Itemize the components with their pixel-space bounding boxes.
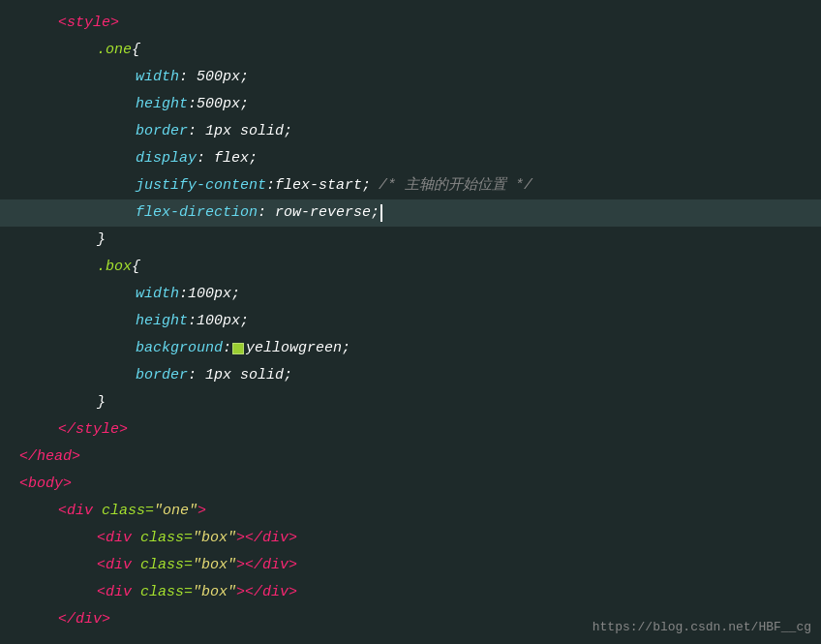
code-head-close: </ <box>19 445 37 470</box>
code-property: flex-direction <box>136 200 258 226</box>
code-line-22: <div class="box" ></div> <box>0 579 821 606</box>
code-line-20: <div class="box" ></div> <box>0 525 821 552</box>
code-line-8: flex-direction: row-reverse; <box>0 199 821 227</box>
code-brace: } <box>97 228 106 253</box>
code-line-1: <style> <box>0 10 821 37</box>
text-cursor <box>380 204 382 222</box>
code-property: background <box>136 336 223 361</box>
code-line-9: } <box>0 227 821 254</box>
code-property: justify-content <box>136 173 266 199</box>
code-line-3: width: 500px; <box>0 64 821 91</box>
watermark: https://blog.csdn.net/HBF__cg <box>593 620 811 634</box>
code-div-close: </ <box>58 607 76 632</box>
code-property: height <box>136 309 188 334</box>
code-property: width <box>136 65 179 90</box>
code-selector: .one <box>97 38 132 63</box>
code-div-box-2: < <box>97 553 106 578</box>
code-tag-close: </style> <box>58 417 128 443</box>
code-div-box-3: < <box>97 580 106 605</box>
code-line-12: height:100px; <box>0 308 821 335</box>
code-line-16: </style> <box>0 416 821 444</box>
code-line-17: </head> <box>0 444 821 471</box>
code-line-21: <div class="box" ></div> <box>0 552 821 579</box>
code-property: border <box>136 119 188 144</box>
code-selector: .box <box>97 255 132 280</box>
code-body-open: <body> <box>19 472 72 497</box>
code-comment: /* 主轴的开始位置 */ <box>379 173 532 199</box>
code-line-4: height:500px; <box>0 91 821 118</box>
code-property: display <box>136 146 197 171</box>
code-line-2: .one{ <box>0 37 821 64</box>
code-line-18: <body> <box>0 471 821 498</box>
code-line-15: } <box>0 389 821 416</box>
code-div-open: < <box>58 499 67 524</box>
code-line-19: <div class="one" > <box>0 498 821 525</box>
code-property: border <box>136 363 188 388</box>
code-line-13: background: yellowgreen; <box>0 335 821 362</box>
code-line-10: .box{ <box>0 254 821 281</box>
code-line-5: border: 1px solid; <box>0 118 821 145</box>
code-property: height <box>136 92 188 117</box>
code-property: width <box>136 282 179 307</box>
code-brace: } <box>97 390 106 415</box>
code-tag: <style> <box>58 11 119 36</box>
code-line-11: width:100px; <box>0 281 821 308</box>
code-line-14: border: 1px solid; <box>0 362 821 389</box>
code-div-box-1: < <box>97 526 106 551</box>
code-editor: <style> .one{ width: 500px; height:500px… <box>0 0 821 644</box>
code-line-7: justify-content:flex-start; /* 主轴的开始位置 *… <box>0 172 821 199</box>
code-line-6: display: flex; <box>0 145 821 172</box>
color-swatch-yellowgreen <box>232 343 244 354</box>
